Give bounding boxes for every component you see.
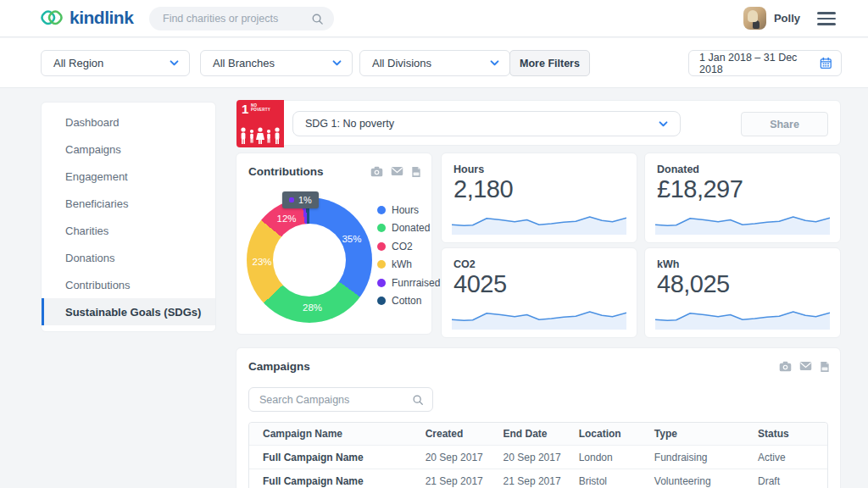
contributions-card: Contributions 1% 35%28%23%12% HoursDonat… <box>236 152 432 335</box>
table-cell: Draft <box>758 475 827 487</box>
table-cell: 20 Sep 2017 <box>426 452 504 463</box>
legend-item-hours[interactable]: Hours <box>377 201 440 219</box>
legend-item-kwh[interactable]: kWh <box>377 256 440 274</box>
envelope-icon[interactable] <box>799 361 812 371</box>
chevron-down-icon <box>170 60 179 66</box>
table-cell: 21 Sep 2017 <box>426 475 504 487</box>
sparkline-chart <box>452 295 626 330</box>
stat-label: kWh <box>657 258 679 270</box>
sdg-goal-select[interactable]: SDG 1: No poverty <box>292 111 681 136</box>
sparkline-chart <box>452 200 626 236</box>
legend-item-donated[interactable]: Donated <box>377 219 440 238</box>
kindlink-logo-icon <box>39 6 64 30</box>
xls-export-icon[interactable] <box>820 361 830 373</box>
table-cell: Full Campaign Name <box>263 475 426 487</box>
top-header: kindlink Polly <box>0 0 868 37</box>
table-cell: Volunteering <box>654 475 758 487</box>
contributions-title: Contributions <box>248 165 323 178</box>
share-button[interactable]: Share <box>741 112 828 136</box>
table-cell: London <box>579 452 654 463</box>
campaigns-search-input[interactable] <box>259 394 412 406</box>
chevron-down-icon <box>332 60 342 66</box>
user-avatar[interactable] <box>743 7 766 30</box>
sidebar-nav: DashboardCampaignsEngagementBeneficiarie… <box>41 102 216 332</box>
stat-card-kwh: kWh 48,025 <box>644 247 841 338</box>
sidebar-item-charities[interactable]: Charities <box>42 217 215 244</box>
branches-select[interactable]: All Branches <box>200 50 353 76</box>
sdg-badge-label: NO POVERTY <box>251 103 276 112</box>
sidebar-item-sustainable-goals-sdgs[interactable]: Sustainable Goals (SDGs) <box>42 298 215 325</box>
sidebar-item-contributions[interactable]: Contributions <box>42 271 215 298</box>
search-icon <box>412 394 424 406</box>
column-header: Location <box>579 428 654 440</box>
stat-card-donated: Donated £18,297 <box>644 152 841 243</box>
date-range-picker[interactable]: 1 Jan 2018 – 31 Dec 2018 <box>688 50 842 76</box>
stat-label: Donated <box>657 164 699 175</box>
search-icon <box>311 13 324 25</box>
sidebar-item-engagement[interactable]: Engagement <box>42 163 215 190</box>
legend-item-funrraised[interactable]: Funrraised <box>377 274 440 292</box>
branches-select-value: All Branches <box>213 57 275 69</box>
stat-label: Hours <box>453 164 484 175</box>
brand-name: kindlink <box>70 8 133 28</box>
campaigns-title: Campaigns <box>248 360 310 373</box>
global-search[interactable] <box>149 7 334 30</box>
column-header: Campaign Name <box>263 428 426 440</box>
donut-slice-label-kwh: 23% <box>253 257 272 267</box>
camera-icon[interactable] <box>370 166 383 177</box>
stat-card-co2: CO2 4025 <box>441 247 637 338</box>
column-header: Type <box>654 428 758 440</box>
divisions-select[interactable]: All Divisions <box>359 50 510 76</box>
menu-icon[interactable] <box>817 12 836 25</box>
xls-export-icon[interactable] <box>411 166 421 178</box>
sparkline-chart <box>655 295 830 330</box>
chevron-down-icon <box>490 60 499 66</box>
region-select-value: All Region <box>53 57 103 69</box>
stat-card-hours: Hours 2,180 <box>441 152 637 243</box>
table-cell: Full Campaign Name <box>263 452 426 463</box>
campaigns-table: Campaign NameCreatedEnd DateLocationType… <box>248 422 828 488</box>
more-filters-button[interactable]: More Filters <box>509 50 590 76</box>
calendar-icon <box>820 57 832 69</box>
user-name: Polly <box>774 12 800 25</box>
donut-slice-label-donated: 28% <box>303 302 322 313</box>
sdg-badge-number: 1 <box>242 102 248 116</box>
chevron-down-icon <box>659 121 668 127</box>
sdg-people-glyph <box>238 126 282 145</box>
camera-icon[interactable] <box>779 361 792 372</box>
donut-tooltip: 1% <box>282 191 319 208</box>
envelope-icon[interactable] <box>391 166 403 176</box>
sidebar-item-campaigns[interactable]: Campaigns <box>42 136 215 163</box>
sdg-goal-select-value: SDG 1: No poverty <box>305 118 394 130</box>
table-cell: Active <box>758 452 827 463</box>
kindlink-logo[interactable]: kindlink <box>39 6 133 30</box>
main-content: 1 NO POVERTY SDG 1: No poverty Share C <box>236 88 841 488</box>
stat-label: CO2 <box>453 258 476 270</box>
campaigns-search[interactable] <box>248 387 433 412</box>
sidebar-item-dashboard[interactable]: Dashboard <box>42 108 215 136</box>
donut-slice-label-hours: 35% <box>342 234 361 244</box>
table-header-row: Campaign NameCreatedEnd DateLocationType… <box>249 423 827 445</box>
column-header: Created <box>426 428 504 440</box>
table-cell: 20 Sep 2017 <box>504 452 579 463</box>
region-select[interactable]: All Region <box>41 50 190 76</box>
legend-item-cotton[interactable]: Cotton <box>377 292 440 311</box>
divisions-select-value: All Divisions <box>372 57 431 69</box>
table-row[interactable]: Full Campaign Name21 Sep 201721 Sep 2017… <box>249 469 827 488</box>
table-cell: 21 Sep 2017 <box>504 475 579 487</box>
column-header: Status <box>758 428 827 440</box>
campaigns-card: Campaigns Campaign NameCreatedEnd DateLo… <box>236 347 841 488</box>
table-row[interactable]: Full Campaign Name20 Sep 201720 Sep 2017… <box>249 445 827 469</box>
sidebar-item-donations[interactable]: Donations <box>42 244 215 271</box>
sparkline-chart <box>655 200 830 236</box>
table-cell: Fundraising <box>654 452 758 463</box>
sidebar-item-beneficiaries[interactable]: Beneficiaries <box>42 190 215 217</box>
column-header: End Date <box>504 428 579 440</box>
global-search-input[interactable] <box>163 13 311 25</box>
legend-item-co2[interactable]: CO2 <box>377 237 440 256</box>
date-range-value: 1 Jan 2018 – 31 Dec 2018 <box>699 52 820 75</box>
filter-bar: All Region All Branches All Divisions Mo… <box>0 38 868 88</box>
table-cell: Bristol <box>579 475 654 487</box>
sdg-selector-bar: 1 NO POVERTY SDG 1: No poverty Share <box>236 100 841 146</box>
sdg1-no-poverty-icon: 1 NO POVERTY <box>236 100 284 147</box>
